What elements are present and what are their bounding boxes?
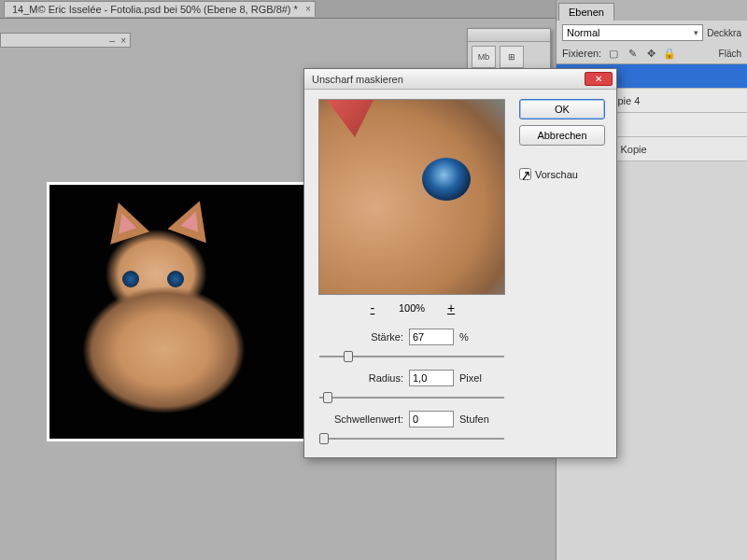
lock-all-icon[interactable]: 🔒	[663, 47, 676, 60]
cancel-button[interactable]: Abbrechen	[519, 125, 605, 146]
chevron-down-icon: ▾	[694, 28, 698, 37]
threshold-label: Schwellenwert:	[317, 413, 403, 425]
radius-label: Radius:	[317, 372, 403, 384]
zoom-value: 100%	[399, 302, 425, 314]
lock-label: Fixieren:	[562, 48, 601, 59]
dialog-titlebar[interactable]: Unscharf maskieren ✕	[304, 69, 616, 90]
lock-pixels-icon[interactable]: ✎	[626, 47, 639, 60]
image-content	[49, 185, 303, 439]
close-icon[interactable]: ×	[305, 4, 311, 14]
fill-label: Fläch	[719, 49, 741, 59]
amount-label: Stärke:	[317, 331, 403, 343]
zoom-out-button[interactable]: -	[365, 301, 380, 315]
document-tab[interactable]: 14_M© Eric Isselée - Fotolia.psd bei 50%…	[4, 1, 316, 17]
zoom-in-button[interactable]: +	[444, 301, 458, 315]
document-tab-title: 14_M© Eric Isselée - Fotolia.psd bei 50%…	[12, 4, 298, 15]
opacity-label: Deckkra	[707, 28, 741, 38]
close-icon[interactable]: ×	[120, 35, 126, 46]
floating-doc-header[interactable]: – ×	[0, 33, 131, 48]
preview-label: Vorschau	[535, 169, 578, 180]
filter-preview[interactable]	[318, 99, 505, 295]
amount-unit: %	[459, 331, 469, 343]
tab-layers[interactable]: Ebenen	[558, 3, 614, 21]
blend-mode-value: Normal	[567, 27, 599, 38]
ok-button[interactable]: OK	[519, 99, 605, 119]
amount-slider[interactable]	[319, 349, 504, 364]
threshold-input[interactable]	[409, 411, 454, 427]
threshold-unit: Stufen	[459, 413, 489, 425]
minimize-icon[interactable]: –	[109, 35, 115, 46]
mini-button-mb[interactable]: Mb	[472, 46, 496, 68]
radius-unit: Pixel	[459, 372, 482, 384]
preview-checkbox[interactable]	[519, 168, 531, 180]
mini-palette-header[interactable]	[468, 29, 550, 42]
threshold-slider[interactable]	[319, 431, 504, 446]
radius-slider[interactable]	[319, 390, 504, 405]
close-button[interactable]: ✕	[585, 72, 613, 86]
lock-position-icon[interactable]: ✥	[644, 47, 657, 60]
lock-icons: ▢ ✎ ✥ 🔒	[607, 47, 676, 60]
amount-input[interactable]	[409, 329, 454, 345]
preview-checkbox-row[interactable]: Vorschau	[519, 168, 605, 180]
dialog-title: Unscharf maskieren	[312, 74, 585, 85]
radius-input[interactable]	[409, 370, 454, 386]
blend-mode-select[interactable]: Normal ▾	[562, 24, 703, 41]
unsharp-mask-dialog: Unscharf maskieren ✕ - 100% + Stärke: %	[303, 68, 617, 458]
panel-tabs: Ebenen	[557, 0, 747, 21]
lock-transparency-icon[interactable]: ▢	[607, 47, 620, 60]
image-canvas[interactable]	[47, 182, 306, 441]
mini-button-grid[interactable]: ⊞	[500, 46, 524, 68]
mini-palette[interactable]: Mb ⊞	[467, 28, 551, 73]
